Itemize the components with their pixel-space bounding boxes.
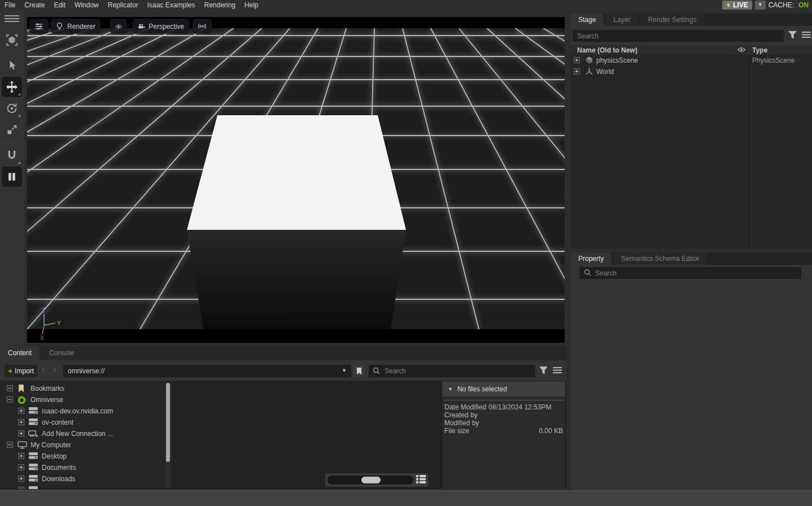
computer-icon (18, 441, 27, 449)
menu-help[interactable]: Help (240, 0, 263, 10)
tree-item-my-computer[interactable]: − My Computer (0, 439, 173, 451)
magnet-icon (6, 149, 18, 162)
tree-item-server[interactable]: + ov-content (0, 417, 173, 428)
expand-toggle[interactable]: + (18, 476, 24, 482)
menu-isaac-examples[interactable]: Isaac Examples (143, 0, 200, 10)
tree-item-downloads[interactable]: + Downloads (0, 473, 173, 485)
expand-toggle[interactable]: + (18, 408, 24, 414)
scale-tool-button[interactable] (2, 120, 22, 140)
rotate-tool-button[interactable] (2, 98, 22, 119)
path-bar: ▼ (63, 365, 351, 377)
visibility-menu-button[interactable] (110, 19, 127, 34)
expand-toggle[interactable]: + (18, 430, 24, 437)
camera-menu-button[interactable]: Perspective (133, 19, 189, 34)
move-tool-button[interactable] (2, 77, 22, 97)
cache-label: CACHE: (769, 1, 794, 9)
search-icon (373, 367, 380, 374)
expand-toggle[interactable]: + (574, 57, 580, 63)
details-row-file-size: File size 0.00 KB (444, 427, 563, 435)
scale-slider-handle[interactable] (361, 477, 381, 483)
import-button[interactable]: + Import (5, 365, 37, 377)
scale-icon (6, 124, 18, 136)
tree-item-server[interactable]: + isaac-dev.ov.nvidia.com (0, 405, 173, 417)
property-search-input[interactable] (579, 267, 801, 279)
scale-slider[interactable] (328, 476, 413, 485)
audio-button[interactable] (193, 19, 212, 34)
tab-content[interactable]: Content (0, 346, 40, 360)
stage-row-physicsscene[interactable]: + physicsScene PhysicsScene (570, 55, 812, 66)
expand-toggle[interactable]: + (18, 487, 24, 489)
stage-options-icon[interactable] (802, 31, 811, 38)
select-mode-button[interactable] (2, 30, 22, 50)
details-header[interactable]: ▼ No files selected (442, 382, 565, 396)
tab-render-settings[interactable]: Render Settings (640, 14, 704, 26)
tree-item-add-connection[interactable]: + Add New Connection ... (0, 428, 173, 439)
viewport-settings-button[interactable] (29, 19, 49, 34)
stage-search-input[interactable] (573, 30, 784, 42)
menu-bar: File Create Edit Window Replicator Isaac… (0, 0, 812, 10)
menu-window[interactable]: Window (70, 0, 103, 10)
menu-rendering[interactable]: Rendering (199, 0, 239, 10)
expand-toggle[interactable]: + (574, 68, 580, 75)
live-button[interactable]: LIVE (722, 1, 752, 10)
visibility-column-eye-icon[interactable] (737, 47, 745, 53)
expand-toggle[interactable]: + (18, 453, 24, 459)
tree-item-label: ov-content (42, 418, 73, 426)
list-view-toggle-button[interactable] (416, 475, 426, 483)
prim-name[interactable]: physicsScene (596, 56, 638, 64)
tree-item-bookmarks[interactable]: − Bookmarks (0, 383, 173, 394)
pause-button[interactable] (2, 167, 22, 187)
menu-edit[interactable]: Edit (49, 0, 70, 10)
property-search-box (579, 267, 801, 279)
viewport-toolbar: Renderer Perspective (27, 19, 565, 34)
content-toolbar: + Import ‹ › ▼ (0, 360, 566, 381)
expand-toggle[interactable]: − (7, 442, 13, 448)
back-button[interactable]: ‹ (42, 364, 45, 375)
live-label: LIVE (733, 1, 748, 9)
content-search-input[interactable] (369, 365, 535, 377)
forward-button[interactable]: › (53, 364, 56, 375)
select-tool-button[interactable] (2, 55, 22, 76)
axis-z-label: Z (42, 307, 45, 313)
expand-toggle[interactable]: − (7, 396, 13, 403)
bookmark-button[interactable] (353, 365, 365, 377)
tree-item-desktop[interactable]: + Desktop (0, 451, 173, 462)
tree-scrollbar-thumb[interactable] (166, 383, 170, 462)
drive-icon (29, 452, 38, 459)
content-options-icon[interactable] (553, 367, 562, 374)
tab-property[interactable]: Property (570, 252, 612, 265)
stage-row-world[interactable]: + World (570, 66, 812, 77)
menu-create[interactable]: Create (20, 0, 49, 10)
path-dropdown-icon[interactable]: ▼ (342, 368, 347, 373)
prim-name[interactable]: World (596, 68, 614, 76)
renderer-menu-button[interactable]: Renderer (51, 19, 101, 34)
tab-console[interactable]: Console (41, 346, 82, 360)
viewport-3d[interactable]: Renderer Perspective Z Y (27, 17, 565, 343)
tab-layer[interactable]: Layer (605, 14, 638, 26)
details-value: 08/13/2024 12:53PM (488, 403, 551, 411)
stage-filter-icon[interactable] (788, 31, 797, 39)
cube-icon (585, 56, 593, 64)
tab-stage[interactable]: Stage (570, 14, 604, 26)
tree-item-partial[interactable]: + (0, 485, 173, 489)
content-filter-icon[interactable] (539, 367, 548, 374)
search-icon (584, 269, 591, 276)
list-view-icon (416, 475, 426, 483)
tree-item-omniverse[interactable]: − Omniverse (0, 394, 173, 405)
tree-item-documents[interactable]: + Documents (0, 462, 173, 473)
move-icon (5, 80, 19, 94)
viewport-letterbox-bottom (27, 329, 565, 343)
expand-toggle[interactable]: − (7, 385, 13, 391)
expand-toggle[interactable]: + (18, 419, 24, 425)
tab-semantics-schema-editor[interactable]: Semantics Schema Editor (613, 252, 707, 265)
menu-file[interactable]: File (0, 0, 20, 10)
expand-toggle[interactable]: + (18, 464, 24, 470)
snap-tool-button[interactable] (2, 145, 22, 165)
column-name-label[interactable]: Name (Old to New) (577, 46, 638, 54)
live-dropdown-button[interactable]: ▼ (755, 1, 766, 10)
toolbar-handle-icon[interactable] (5, 14, 19, 24)
menu-replicator[interactable]: Replicator (103, 0, 143, 10)
path-input[interactable] (63, 365, 351, 377)
column-type-label[interactable]: Type (752, 46, 767, 54)
details-separator (444, 400, 564, 400)
